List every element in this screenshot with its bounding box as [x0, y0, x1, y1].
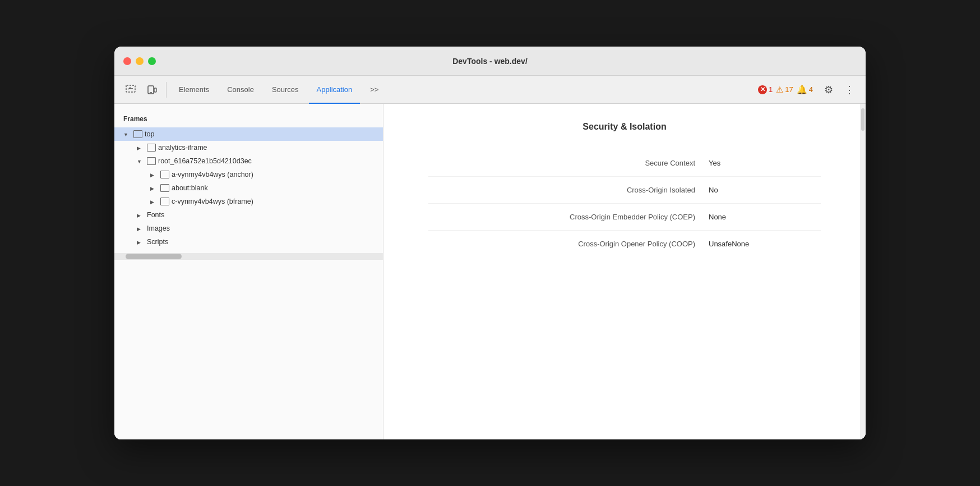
secure-context-label: Secure Context	[428, 159, 709, 167]
info-badge[interactable]: 🔔 4	[797, 85, 813, 95]
inspect-icon	[126, 85, 136, 95]
more-tabs-button[interactable]: >>	[362, 76, 386, 104]
warning-icon: ⚠	[776, 85, 783, 95]
tab-application[interactable]: Application	[309, 76, 360, 104]
coep-value: None	[709, 213, 821, 221]
secure-context-value: Yes	[709, 159, 821, 167]
security-info-table: Secure Context Yes Cross-Origin Isolated…	[428, 150, 821, 257]
cross-origin-isolated-row: Cross-Origin Isolated No	[428, 177, 821, 204]
warning-badge[interactable]: ⚠ 17	[776, 85, 793, 95]
maximize-button[interactable]	[148, 57, 156, 65]
error-count: 1	[769, 85, 773, 94]
frame-icon	[160, 198, 169, 205]
tree-label-scripts: Scripts	[147, 238, 168, 246]
info-icon: 🔔	[797, 85, 807, 95]
chevron-right-icon	[137, 239, 145, 245]
info-count: 4	[809, 85, 813, 94]
cross-origin-isolated-label: Cross-Origin Isolated	[428, 186, 709, 194]
horizontal-scrollbar-container	[114, 253, 383, 260]
coep-row: Cross-Origin Embedder Policy (COEP) None	[428, 204, 821, 231]
window-controls	[123, 57, 156, 65]
chevron-right-icon	[150, 199, 158, 205]
tree-item-scripts[interactable]: Scripts	[114, 235, 383, 249]
warning-count: 17	[785, 85, 793, 94]
more-options-button[interactable]: ⋮	[840, 80, 859, 99]
device-icon	[147, 85, 157, 95]
settings-button[interactable]: ⚙	[820, 80, 838, 99]
badge-group: ✕ 1 ⚠ 17 🔔 4	[758, 85, 813, 95]
chevron-down-icon	[137, 158, 145, 164]
window-title: DevTools - web.dev/	[452, 57, 528, 66]
frame-icon	[160, 171, 169, 178]
tree-item-top[interactable]: top	[114, 127, 383, 141]
devtools-window: DevTools - web.dev/ Elements Console	[114, 47, 866, 439]
tree-item-analytics-iframe[interactable]: analytics-iframe	[114, 141, 383, 154]
frame-icon	[147, 144, 156, 152]
coop-row: Cross-Origin Opener Policy (COOP) Unsafe…	[428, 231, 821, 257]
secure-context-row: Secure Context Yes	[428, 150, 821, 177]
svg-rect-2	[154, 88, 156, 92]
tree-label-a-vynmy4vb4wys: a-vynmy4vb4wys (anchor)	[172, 171, 253, 178]
frame-icon	[133, 130, 142, 138]
tree-label-about-blank: about:blank	[172, 184, 208, 192]
toolbar: Elements Console Sources Application >> …	[114, 76, 866, 104]
tree-item-about-blank[interactable]: about:blank	[114, 181, 383, 195]
chevron-right-icon	[137, 145, 145, 151]
error-icon: ✕	[758, 85, 767, 94]
main-content: Frames top analytics-iframe root_616a752…	[114, 104, 866, 439]
tree-item-fonts[interactable]: Fonts	[114, 208, 383, 222]
frame-icon	[147, 157, 156, 165]
close-button[interactable]	[123, 57, 131, 65]
tab-sources[interactable]: Sources	[264, 76, 307, 104]
frames-section-header: Frames	[114, 113, 383, 127]
chevron-right-icon	[137, 226, 145, 232]
coop-value: UnsafeNone	[709, 240, 821, 248]
horizontal-scrollbar[interactable]	[114, 253, 383, 260]
cross-origin-isolated-value: No	[709, 186, 821, 194]
tree-label-c-vynmy4vb4wys: c-vynmy4vb4wys (bframe)	[172, 198, 253, 205]
tree-label-fonts: Fonts	[147, 211, 164, 219]
vertical-scrollbar-thumb	[861, 108, 865, 131]
left-panel: Frames top analytics-iframe root_616a752…	[114, 104, 383, 439]
tree-label-top: top	[145, 130, 154, 138]
device-emulation-button[interactable]	[142, 81, 161, 98]
chevron-right-icon	[137, 212, 145, 218]
tab-elements[interactable]: Elements	[171, 76, 217, 104]
chevron-down-icon	[123, 131, 131, 137]
chevron-right-icon	[150, 172, 158, 178]
scrollbar-thumb	[126, 254, 182, 259]
coop-label: Cross-Origin Opener Policy (COOP)	[428, 240, 709, 248]
title-bar: DevTools - web.dev/	[114, 47, 866, 76]
tree-label-images: Images	[147, 224, 170, 232]
tree-item-images[interactable]: Images	[114, 222, 383, 235]
tab-console[interactable]: Console	[219, 76, 262, 104]
tree-label-root-frame: root_616a752e1b5d4210d3ec	[158, 157, 252, 165]
frame-icon	[160, 184, 169, 192]
vertical-scrollbar[interactable]	[860, 104, 866, 439]
error-badge[interactable]: ✕ 1	[758, 85, 773, 94]
tree-item-a-vynmy4vb4wys[interactable]: a-vynmy4vb4wys (anchor)	[114, 168, 383, 181]
coep-label: Cross-Origin Embedder Policy (COEP)	[428, 213, 709, 221]
toolbar-divider-1	[166, 82, 167, 98]
security-section-title: Security & Isolation	[410, 122, 839, 132]
chevron-right-icon	[150, 185, 158, 191]
minimize-button[interactable]	[136, 57, 144, 65]
inspect-icon-button[interactable]	[121, 81, 140, 98]
tree-label-analytics-iframe: analytics-iframe	[158, 144, 207, 152]
tree-item-root-frame[interactable]: root_616a752e1b5d4210d3ec	[114, 154, 383, 168]
tree-item-c-vynmy4vb4wys[interactable]: c-vynmy4vb4wys (bframe)	[114, 195, 383, 208]
right-panel: Security & Isolation Secure Context Yes …	[383, 104, 866, 439]
